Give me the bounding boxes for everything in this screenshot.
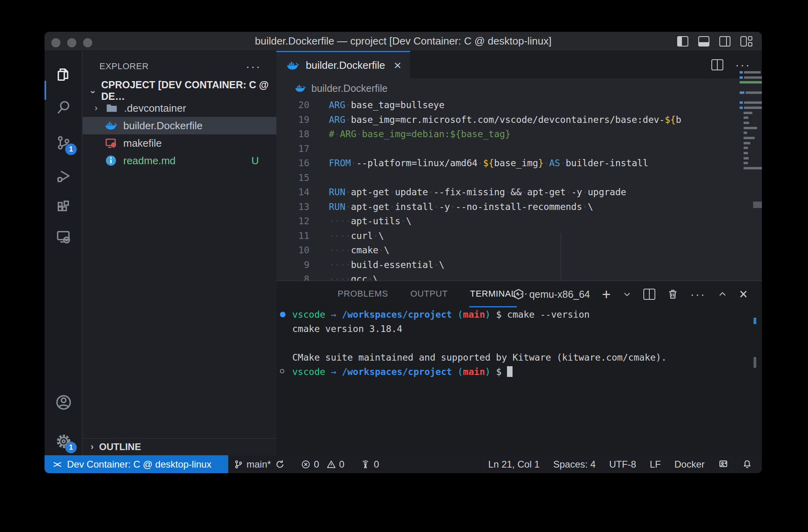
command-decoration-icon[interactable] [280,369,284,373]
minimap-line [740,105,762,111]
ports-status[interactable]: 0 [360,459,379,470]
split-editor-icon[interactable] [711,59,723,70]
workspace-section-label: CPROJECT [DEV CONTAINER: C @ DE… [101,79,276,102]
terminal-profile-label: qemu-x86_64 [529,289,590,300]
explorer-more-actions-icon[interactable]: ··· [246,60,261,73]
code-line[interactable]: 8····gcc·\ [276,272,762,281]
code-line[interactable]: 16FROM·--platform=linux/amd64·${base_img… [276,156,762,171]
terminal-line: cmake version 3.18.4 [276,322,762,336]
titlebar: builder.Dockerfile — cproject [Dev Conta… [45,32,762,51]
branch-label: main* [247,459,271,470]
minimap-line [740,95,762,100]
remote-indicator[interactable]: >< Dev Container: C @ desktop-linux [45,455,228,473]
terminal-dropdown-chevron-icon[interactable] [623,290,631,299]
code-lines[interactable]: 20ARG·base_tag=bullseye19ARG·base_img=mc… [276,98,762,281]
git-status-badge: U [251,155,259,167]
ports-count: 0 [374,459,379,470]
editor-scrollbar-thumb[interactable] [753,202,762,208]
close-panel-icon[interactable]: × [739,287,748,301]
minimap-line [740,130,762,136]
code-line[interactable]: 18#·ARG·base_img=debian:${base_tag} [276,127,762,142]
git-branch-status[interactable]: main* [234,459,271,470]
file-tree: ›.devcontainerbuilder.Dockerfilemakefile… [83,99,276,169]
split-terminal-icon[interactable] [643,289,655,300]
customize-layout-icon[interactable] [740,36,752,47]
terminal-scrollbar-mark [754,357,756,368]
accounts-icon[interactable] [45,387,82,417]
code-line[interactable]: 14RUN·apt-get·update·--fix-missing·&&·ap… [276,185,762,200]
notifications-bell-icon[interactable] [742,459,752,470]
terminal-profile[interactable]: qemu-x86_64 [513,288,590,300]
toggle-primary-sidebar-icon[interactable] [677,36,688,47]
feedback-icon[interactable] [718,459,728,470]
status-item-lf[interactable]: LF [650,459,661,470]
extensions-icon[interactable] [45,192,82,223]
source-control-icon[interactable]: 1 [45,128,82,158]
editor-area: builder.Dockerfile × ··· builder.Dockerf… [276,51,762,455]
search-icon[interactable] [45,92,82,122]
run-debug-icon[interactable] [45,161,82,192]
code-line[interactable]: 19ARG·base_img=mcr.microsoft.com/vscode/… [276,113,762,127]
terminal-more-actions-icon[interactable]: ··· [690,287,706,301]
minimap[interactable] [740,70,762,171]
minimap-line [740,166,762,171]
tab-builder-dockerfile[interactable]: builder.Dockerfile × [276,51,410,79]
toggle-panel-icon[interactable] [698,36,709,47]
editor-more-actions-icon[interactable]: ··· [735,58,751,72]
status-item-ln-21-col-1[interactable]: Ln 21, Col 1 [488,459,540,470]
terminal-profile-icon [513,288,524,300]
close-tab-icon[interactable]: × [394,58,401,73]
code-line[interactable]: 20ARG·base_tag=bullseye [276,98,762,113]
code-line[interactable]: 10····cmake·\ [276,243,762,258]
code-line[interactable]: 15 [276,171,762,185]
panel-tab-output[interactable]: OUTPUT [410,281,449,307]
bottom-panel: PROBLEMSOUTPUTTERMINAL ··· qemu-x86_64 +… [276,281,762,455]
sidebar-title: EXPLORER [99,61,149,72]
breadcrumb-label: builder.Dockerfile [311,83,388,94]
problems-status[interactable]: 0 0 [301,459,344,470]
maximize-panel-chevron-icon[interactable] [718,289,727,299]
warning-count: 0 [339,459,344,470]
minimap-line [740,151,762,156]
remote-explorer-icon[interactable] [45,222,82,252]
terminal-overview-mark [754,318,756,324]
kill-terminal-trash-icon[interactable] [667,289,678,300]
line-number: 11 [276,229,309,243]
command-decoration-icon[interactable] [280,312,286,317]
workspace-section-header[interactable]: ⌄ CPROJECT [DEV CONTAINER: C @ DE… [83,82,276,99]
panel-tab-terminal[interactable]: TERMINAL [469,281,517,307]
status-item-spaces-4[interactable]: Spaces: 4 [553,459,596,470]
status-item-utf-8[interactable]: UTF-8 [609,459,636,470]
terminal-content[interactable]: vscode → /workspaces/cproject (main) $ c… [276,307,762,455]
code-line[interactable]: 11····curl·\ [276,229,762,243]
code-line[interactable]: 12····apt-utils·\ [276,214,762,229]
code-line[interactable]: 13RUN·apt-get·install·-y·--no-install-re… [276,200,762,214]
file-tree-item-builder.Dockerfile[interactable]: builder.Dockerfile [83,117,276,134]
outline-section-header[interactable]: › OUTLINE [83,438,276,455]
file-label: readme.md [123,155,176,167]
line-number: 15 [276,171,309,185]
error-count: 0 [314,459,319,470]
toggle-secondary-sidebar-icon[interactable] [719,36,730,47]
code-line[interactable]: 9····build-essential·\ [276,258,762,272]
panel-tab-problems[interactable]: PROBLEMS [337,281,389,307]
sync-changes-button[interactable] [275,459,285,470]
settings-gear-icon[interactable]: 1 [45,426,82,456]
minimap-line [740,111,762,116]
minimap-line [740,146,762,151]
docker-icon [104,119,118,132]
file-tree-item-.devcontainer[interactable]: ›.devcontainer [83,99,276,117]
explorer-icon[interactable] [45,60,82,90]
terminal-line: vscode → /workspaces/cproject (main) $ [276,365,762,379]
status-item-docker[interactable]: Docker [674,459,705,470]
breadcrumb[interactable]: builder.Dockerfile [276,79,762,98]
file-tree-item-makefile[interactable]: makefile [83,134,276,152]
code-line[interactable]: 17 [276,142,762,156]
new-terminal-icon[interactable]: + [602,287,611,302]
line-number: 18 [276,127,309,142]
terminal-cursor [507,366,513,377]
error-icon [301,460,311,469]
vscode-window: builder.Dockerfile — cproject [Dev Conta… [45,32,762,473]
file-label: makefile [123,137,162,150]
file-tree-item-readme.md[interactable]: readme.mdU [83,152,276,169]
